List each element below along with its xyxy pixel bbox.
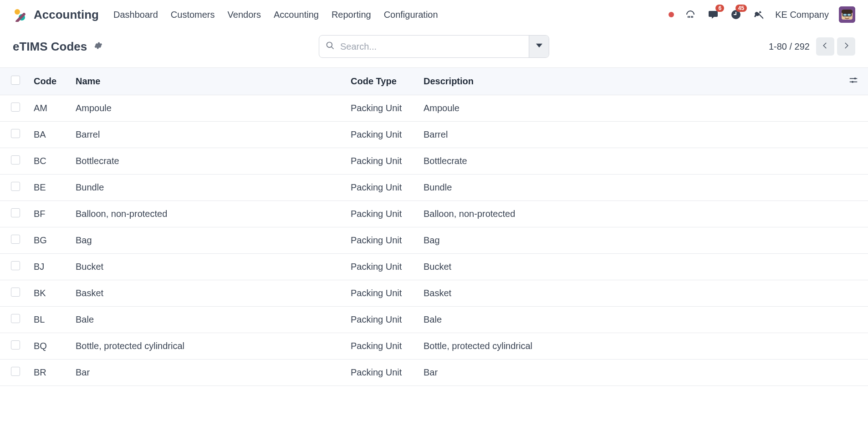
cell-type: Packing Unit [346, 122, 419, 148]
table-row[interactable]: BLBalePacking UnitBale [0, 307, 868, 333]
status-dot-icon[interactable] [669, 12, 674, 17]
cell-type: Packing Unit [346, 280, 419, 307]
table-row[interactable]: BKBasketPacking UnitBasket [0, 280, 868, 307]
cell-code: BR [29, 360, 71, 386]
nav-link-reporting[interactable]: Reporting [332, 10, 371, 20]
app-name[interactable]: Accounting [34, 8, 99, 22]
chevron-left-icon [821, 41, 829, 51]
cell-desc: Bale [419, 307, 839, 333]
select-all-checkbox[interactable] [11, 76, 20, 85]
th-type[interactable]: Code Type [346, 68, 419, 95]
cell-code: BC [29, 148, 71, 175]
search-icon [326, 41, 335, 52]
svg-rect-7 [843, 14, 847, 16]
th-code[interactable]: Code [29, 68, 71, 95]
pager: 1-80 / 292 [769, 37, 855, 56]
table-row[interactable]: BJBucketPacking UnitBucket [0, 254, 868, 280]
cell-type: Packing Unit [346, 227, 419, 254]
cell-code: BK [29, 280, 71, 307]
company-name[interactable]: KE Company [775, 10, 829, 20]
cell-desc: Barrel [419, 122, 839, 148]
row-checkbox[interactable] [11, 340, 20, 350]
chevron-right-icon [842, 41, 850, 51]
svg-point-11 [854, 77, 856, 79]
row-checkbox[interactable] [11, 314, 20, 323]
cell-desc: Bundle [419, 175, 839, 201]
top-navbar: Accounting Dashboard Customers Vendors A… [0, 0, 868, 29]
row-checkbox[interactable] [11, 155, 20, 165]
th-select-all [0, 68, 29, 95]
search-box [319, 35, 549, 58]
table-header-row: Code Name Code Type Description [0, 68, 868, 95]
pager-buttons [816, 37, 855, 56]
app-logo-icon[interactable] [13, 7, 27, 22]
svg-line-10 [332, 47, 334, 49]
cell-type: Packing Unit [346, 175, 419, 201]
codes-table: Code Name Code Type Description AMAmpoul… [0, 67, 868, 386]
row-checkbox[interactable] [11, 103, 20, 112]
breadcrumb: eTIMS Codes [13, 40, 102, 54]
cell-type: Packing Unit [346, 307, 419, 333]
cell-name: Bottle, protected cylindrical [71, 333, 346, 360]
table-row[interactable]: BQBottle, protected cylindricalPacking U… [0, 333, 868, 360]
nav-links: Dashboard Customers Vendors Accounting R… [113, 10, 665, 20]
cell-type: Packing Unit [346, 360, 419, 386]
row-checkbox[interactable] [11, 261, 20, 270]
optional-columns-button[interactable] [843, 75, 863, 87]
table-row[interactable]: BFBalloon, non-protectedPacking UnitBall… [0, 201, 868, 227]
activities-icon[interactable]: 45 [730, 8, 742, 21]
user-avatar[interactable] [839, 6, 855, 23]
cell-name: Bucket [71, 254, 346, 280]
cell-code: BL [29, 307, 71, 333]
th-desc[interactable]: Description [419, 68, 839, 95]
search-options-toggle[interactable] [529, 36, 549, 57]
row-checkbox[interactable] [11, 129, 20, 138]
cell-name: Bundle [71, 175, 346, 201]
cell-code: BQ [29, 333, 71, 360]
cell-desc: Bottle, protected cylindrical [419, 333, 839, 360]
cell-code: BA [29, 122, 71, 148]
nav-link-vendors[interactable]: Vendors [228, 10, 261, 20]
pager-prev-button[interactable] [816, 37, 834, 56]
th-options [839, 68, 868, 95]
cell-code: BG [29, 227, 71, 254]
row-checkbox[interactable] [11, 182, 20, 191]
cell-type: Packing Unit [346, 333, 419, 360]
nav-link-dashboard[interactable]: Dashboard [113, 10, 158, 20]
page-title[interactable]: eTIMS Codes [13, 40, 87, 54]
cell-code: BF [29, 201, 71, 227]
row-checkbox[interactable] [11, 288, 20, 297]
search-input[interactable] [339, 41, 522, 52]
cell-type: Packing Unit [346, 95, 419, 122]
th-name[interactable]: Name [71, 68, 346, 95]
row-checkbox[interactable] [11, 235, 20, 244]
table-row[interactable]: BEBundlePacking UnitBundle [0, 175, 868, 201]
cell-name: Bag [71, 227, 346, 254]
svg-rect-8 [848, 14, 851, 16]
svg-point-0 [15, 9, 20, 15]
nav-link-configuration[interactable]: Configuration [384, 10, 438, 20]
row-checkbox[interactable] [11, 208, 20, 217]
table-row[interactable]: AMAmpoulePacking UnitAmpoule [0, 95, 868, 122]
nav-link-accounting[interactable]: Accounting [274, 10, 319, 20]
voip-icon[interactable] [684, 8, 697, 21]
debug-tools-icon[interactable] [752, 8, 765, 21]
table-row[interactable]: BGBagPacking UnitBag [0, 227, 868, 254]
svg-rect-5 [842, 10, 853, 14]
cell-code: BJ [29, 254, 71, 280]
nav-link-customers[interactable]: Customers [171, 10, 215, 20]
table-row[interactable]: BRBarPacking UnitBar [0, 360, 868, 386]
cell-desc: Basket [419, 280, 839, 307]
table-row[interactable]: BCBottlecratePacking UnitBottlecrate [0, 148, 868, 175]
cell-desc: Bucket [419, 254, 839, 280]
table-row[interactable]: BABarrelPacking UnitBarrel [0, 122, 868, 148]
cell-code: AM [29, 95, 71, 122]
pager-counter[interactable]: 1-80 / 292 [769, 41, 810, 52]
view-settings-gear-icon[interactable] [93, 41, 102, 52]
pager-next-button[interactable] [837, 37, 855, 56]
messaging-icon[interactable]: 6 [707, 8, 720, 21]
row-checkbox[interactable] [11, 367, 20, 376]
messaging-badge: 6 [715, 5, 724, 12]
cell-desc: Bag [419, 227, 839, 254]
cell-code: BE [29, 175, 71, 201]
